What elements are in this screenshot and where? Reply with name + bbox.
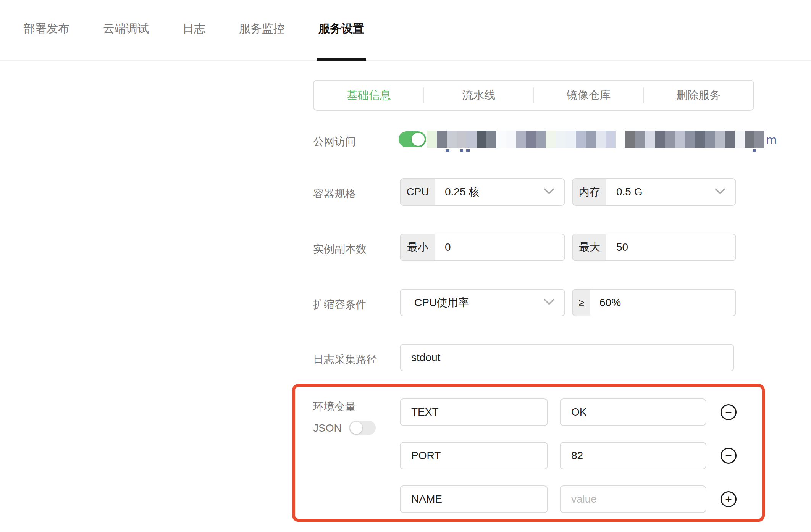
redaction-block — [506, 131, 516, 148]
tab-service-monitor[interactable]: 服务监控 — [239, 22, 285, 60]
redaction-artifact — [460, 149, 463, 152]
cpu-select[interactable]: CPU 0.25 核 — [400, 178, 565, 206]
remove-env-row-button[interactable]: − — [721, 448, 737, 464]
redaction-artifact — [753, 149, 756, 152]
scaling-metric-select[interactable]: CPU使用率 — [400, 289, 565, 316]
redaction-block — [526, 131, 536, 148]
replicas-label: 实例副本数 — [313, 242, 367, 256]
redaction-artifact — [446, 149, 449, 152]
env-key-input[interactable] — [400, 398, 548, 426]
redaction-block — [705, 131, 715, 148]
scaling-condition-label: 扩缩容条件 — [313, 297, 367, 312]
cpu-addon-label: CPU — [401, 179, 435, 205]
tab-logs[interactable]: 日志 — [183, 22, 205, 60]
redaction-block — [457, 131, 467, 148]
redaction-block — [546, 131, 556, 148]
scaling-operator: ≥ — [573, 290, 590, 316]
replicas-min-addon: 最小 — [401, 234, 435, 260]
scaling-metric-value: CPU使用率 — [401, 290, 564, 316]
env-json-label: JSON — [313, 422, 342, 434]
replicas-max-field[interactable]: 最大 50 — [572, 234, 736, 261]
chevron-down-icon — [544, 188, 554, 196]
toggle-knob — [412, 133, 425, 146]
memory-select[interactable]: 内存 0.5 G — [572, 178, 736, 206]
redaction-block — [625, 131, 635, 148]
top-tabbar: 部署发布 云端调试 日志 服务监控 服务设置 — [0, 0, 811, 61]
tab-service-settings[interactable]: 服务设置 — [318, 22, 364, 60]
section-tab-delete-service[interactable]: 删除服务 — [643, 81, 753, 110]
service-settings-page: 部署发布 云端调试 日志 服务监控 服务设置 基础信息 流水线 镜像仓库 删除服… — [0, 0, 811, 532]
redaction-block — [486, 131, 496, 148]
redaction-block — [586, 131, 596, 148]
replicas-max-addon: 最大 — [573, 234, 606, 260]
redaction-block — [685, 131, 695, 148]
public-access-toggle[interactable] — [399, 131, 426, 147]
add-env-row-button[interactable]: + — [721, 491, 737, 507]
redaction-block — [655, 131, 665, 148]
redaction-block — [427, 131, 437, 148]
minus-icon: − — [725, 406, 732, 418]
section-tab-image-repo[interactable]: 镜像仓库 — [534, 81, 644, 110]
env-value-input[interactable] — [560, 398, 706, 426]
public-access-label: 公网访问 — [313, 134, 356, 149]
redaction-block — [536, 131, 546, 148]
redaction-block — [437, 131, 447, 148]
container-spec-label: 容器规格 — [313, 187, 356, 201]
redaction-block — [695, 131, 705, 148]
redaction-block — [665, 131, 675, 148]
section-tab-basic-info[interactable]: 基础信息 — [314, 81, 424, 110]
redaction-block — [745, 131, 754, 148]
public-url-link-tail[interactable]: m — [766, 132, 777, 147]
replicas-min-value: 0 — [435, 234, 564, 260]
tab-deploy-release[interactable]: 部署发布 — [24, 22, 69, 60]
tab-cloud-debug[interactable]: 云端调试 — [103, 22, 149, 60]
redaction-block — [447, 131, 457, 148]
log-path-input[interactable] — [400, 344, 734, 371]
redaction-block — [477, 131, 486, 148]
section-tab-pipeline[interactable]: 流水线 — [424, 81, 534, 110]
env-key-input[interactable] — [400, 442, 548, 469]
scaling-threshold-field[interactable]: ≥ 60% — [572, 289, 736, 316]
redaction-block — [516, 131, 526, 148]
redaction-block — [496, 131, 506, 148]
redaction-block — [675, 131, 685, 148]
redaction-block — [725, 131, 735, 148]
scaling-threshold-value: 60% — [590, 290, 735, 316]
env-value-input[interactable] — [560, 442, 706, 469]
toggle-knob — [350, 422, 362, 434]
minus-icon: − — [725, 450, 732, 461]
replicas-max-value: 50 — [606, 234, 735, 260]
env-json-toggle[interactable] — [349, 421, 376, 435]
env-value-input[interactable] — [560, 485, 706, 513]
redaction-block — [606, 131, 616, 148]
env-key-input[interactable] — [400, 485, 548, 513]
redaction-block — [715, 131, 725, 148]
redaction-block — [576, 131, 586, 148]
memory-addon-label: 内存 — [573, 179, 606, 205]
redaction-block — [596, 131, 606, 148]
redaction-block — [635, 131, 645, 148]
redaction-block — [645, 131, 655, 148]
env-vars-label: 环境变量 — [313, 400, 356, 414]
redaction-block — [754, 131, 764, 148]
redaction-block — [556, 131, 566, 148]
section-tabbar: 基础信息 流水线 镜像仓库 删除服务 — [313, 80, 754, 111]
replicas-min-field[interactable]: 最小 0 — [400, 234, 565, 261]
log-path-label: 日志采集路径 — [313, 352, 377, 367]
redaction-block — [735, 131, 745, 148]
chevron-down-icon — [544, 299, 554, 306]
redacted-url-mosaic[interactable] — [427, 131, 764, 148]
remove-env-row-button[interactable]: − — [721, 404, 737, 420]
redaction-block — [467, 131, 477, 148]
chevron-down-icon — [715, 188, 725, 196]
redaction-block — [616, 131, 625, 148]
plus-icon: + — [725, 493, 732, 505]
redaction-artifact — [466, 149, 470, 152]
redaction-block — [566, 131, 576, 148]
